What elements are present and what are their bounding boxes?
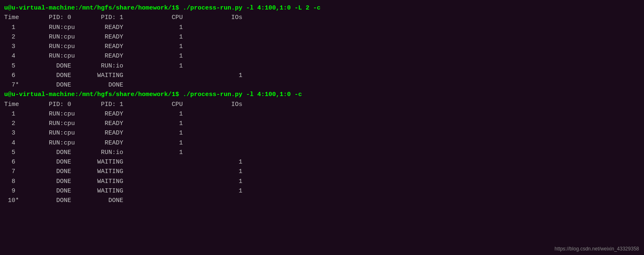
table-row: 7* DONE DONE	[4, 80, 640, 90]
header-line-2: Time PID: 0 PID: 1 CPU IOs	[4, 100, 640, 109]
table-row: 9 DONE WAITING 1	[4, 186, 640, 196]
table-row: 6 DONE WAITING 1	[4, 71, 640, 80]
header-line-1: Time PID: 0 PID: 1 CPU IOs	[4, 13, 640, 22]
table-row: 4 RUN:cpu READY 1	[4, 138, 640, 148]
terminal-window: u@u-virtual-machine:/mnt/hgfs/share/home…	[0, 0, 644, 255]
table-row: 3 RUN:cpu READY 1	[4, 42, 640, 51]
table-row: 2 RUN:cpu READY 1	[4, 32, 640, 42]
table-row: 8 DONE WAITING 1	[4, 177, 640, 186]
prompt-line-1: u@u-virtual-machine:/mnt/hgfs/share/home…	[4, 3, 640, 13]
table-row: 6 DONE WAITING 1	[4, 157, 640, 167]
output-block-1: 1 RUN:cpu READY 1 2 RUN:cpu READY 1 3 RU…	[4, 23, 640, 90]
table-row: 1 RUN:cpu READY 1	[4, 23, 640, 32]
output-block-2: 1 RUN:cpu READY 1 2 RUN:cpu READY 1 3 RU…	[4, 109, 640, 206]
prompt-line-2: u@u-virtual-machine:/mnt/hgfs/share/home…	[4, 90, 640, 99]
table-row: 2 RUN:cpu READY 1	[4, 119, 640, 128]
table-row: 1 RUN:cpu READY 1	[4, 109, 640, 119]
table-row: 3 RUN:cpu READY 1	[4, 128, 640, 138]
table-row: 5 DONE RUN:io 1	[4, 148, 640, 157]
table-row: 5 DONE RUN:io 1	[4, 61, 640, 71]
table-row: 10* DONE DONE	[4, 196, 640, 205]
table-row: 7 DONE WAITING 1	[4, 167, 640, 176]
table-row: 4 RUN:cpu READY 1	[4, 51, 640, 61]
watermark: https://blog.csdn.net/weixin_43329358	[555, 246, 639, 252]
